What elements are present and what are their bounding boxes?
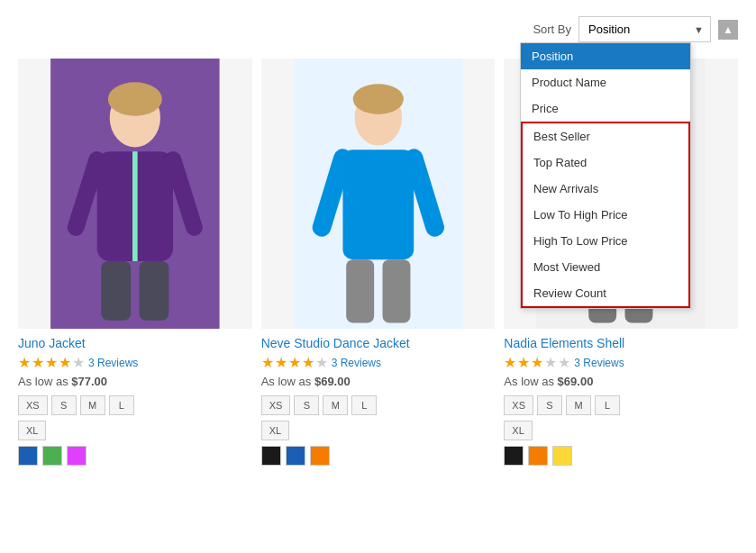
size-btn-m-juno[interactable]: M	[80, 395, 105, 415]
size-btn-s-nadia[interactable]: S	[537, 395, 562, 415]
dropdown-item-position[interactable]: Position	[521, 43, 690, 69]
price-value-neve: $69.00	[314, 375, 351, 388]
size-btn-xl-juno[interactable]: XL	[18, 421, 46, 440]
sizes-row-juno: XSSML	[18, 395, 252, 415]
stars-row-nadia: ★★★★★3 Reviews	[504, 354, 738, 371]
dropdown-item-best-seller[interactable]: Best Seller	[523, 123, 688, 150]
size-btn-s-juno[interactable]: S	[51, 395, 77, 415]
color-swatch-0-nadia[interactable]	[504, 446, 524, 466]
product-name-neve[interactable]: Neve Studio Dance Jacket	[261, 336, 496, 350]
dropdown-item-low-to-high[interactable]: Low To High Price	[523, 202, 688, 228]
sort-dropdown-menu: PositionProduct NamePriceBest SellerTop …	[520, 42, 691, 309]
product-card-juno: Juno Jacket★★★★★3 ReviewsAs low as $77.0…	[18, 59, 252, 466]
colors-row-nadia	[504, 446, 738, 466]
sort-select[interactable]: Position Product Name Price Best Seller …	[578, 16, 711, 42]
size-btn-m-nadia[interactable]: M	[566, 395, 591, 415]
star-5: ★	[558, 354, 570, 371]
size-btn-xl-neve[interactable]: XL	[261, 421, 289, 440]
star-1: ★	[18, 354, 31, 371]
svg-point-16	[352, 84, 403, 114]
stars-juno: ★★★★★	[18, 354, 85, 371]
star-3: ★	[45, 354, 58, 371]
product-name-nadia[interactable]: Nadia Elements Shell	[504, 336, 738, 350]
svg-rect-15	[382, 259, 410, 322]
review-count-nadia[interactable]: 3 Reviews	[574, 357, 624, 369]
product-image-juno	[18, 59, 252, 329]
star-1: ★	[261, 354, 274, 371]
dropdown-item-product-name[interactable]: Product Name	[521, 69, 690, 95]
price-value-juno: $77.00	[71, 375, 107, 388]
color-swatch-2-neve[interactable]	[310, 446, 330, 466]
size-btn-l-neve[interactable]: L	[351, 395, 377, 415]
star-2: ★	[32, 354, 44, 371]
size-btn-xs-nadia[interactable]: XS	[504, 395, 533, 415]
star-3: ★	[288, 354, 301, 371]
price-value-nadia: $69.00	[558, 375, 594, 388]
dropdown-item-high-to-low[interactable]: High To Low Price	[523, 228, 688, 254]
star-3: ★	[531, 354, 543, 371]
highlighted-sort-group: Best SellerTop RatedNew ArrivalsLow To H…	[521, 122, 690, 308]
sizes-row-nadia: XSSML	[504, 395, 738, 415]
review-count-neve[interactable]: 3 Reviews	[332, 357, 381, 369]
color-swatch-1-nadia[interactable]	[528, 446, 548, 466]
stars-row-juno: ★★★★★3 Reviews	[18, 354, 252, 371]
star-2: ★	[275, 354, 287, 371]
svg-point-8	[108, 82, 162, 116]
color-swatch-0-neve[interactable]	[261, 446, 281, 466]
page-container: Sort By Position Product Name Price Best…	[0, 0, 756, 475]
price-row-nadia: As low as $69.00	[504, 375, 738, 388]
up-arrow-icon: ▲	[723, 23, 733, 36]
product-name-juno[interactable]: Juno Jacket	[18, 336, 252, 350]
size-btn-xs-juno[interactable]: XS	[18, 395, 48, 415]
sizes-row2-nadia: XL	[504, 421, 738, 440]
stars-neve: ★★★★★	[261, 354, 328, 371]
product-card-neve: Neve Studio Dance Jacket★★★★★3 ReviewsAs…	[261, 59, 496, 466]
color-swatch-2-juno[interactable]	[67, 446, 87, 466]
star-5: ★	[315, 354, 328, 371]
price-row-neve: As low as $69.00	[261, 375, 496, 388]
colors-row-neve	[261, 446, 496, 466]
stars-row-neve: ★★★★★3 Reviews	[261, 354, 496, 371]
star-4: ★	[544, 354, 557, 371]
color-swatch-1-neve[interactable]	[286, 446, 305, 466]
price-row-juno: As low as $77.00	[18, 375, 252, 388]
sort-direction-button[interactable]: ▲	[718, 20, 738, 40]
sort-by-label: Sort By	[533, 23, 571, 36]
sizes-row2-juno: XL	[18, 421, 252, 440]
size-btn-xl-nadia[interactable]: XL	[504, 421, 532, 440]
dropdown-item-price[interactable]: Price	[521, 95, 690, 122]
color-swatch-0-juno[interactable]	[18, 446, 38, 466]
dropdown-item-review-count[interactable]: Review Count	[523, 280, 688, 306]
size-btn-l-juno[interactable]: L	[109, 395, 134, 415]
sizes-row2-neve: XL	[261, 421, 496, 440]
size-btn-l-nadia[interactable]: L	[595, 395, 620, 415]
size-btn-m-neve[interactable]: M	[323, 395, 348, 415]
stars-nadia: ★★★★★	[504, 354, 570, 371]
size-btn-s-neve[interactable]: S	[294, 395, 319, 415]
svg-rect-6	[101, 261, 131, 321]
color-swatch-2-nadia[interactable]	[552, 446, 572, 466]
review-count-juno[interactable]: 3 Reviews	[88, 357, 138, 369]
svg-rect-11	[342, 150, 414, 259]
colors-row-juno	[18, 446, 252, 466]
svg-rect-14	[346, 259, 374, 322]
svg-rect-7	[140, 261, 169, 321]
sort-bar: Sort By Position Product Name Price Best…	[18, 9, 738, 50]
star-4: ★	[59, 354, 71, 371]
dropdown-item-new-arrivals[interactable]: New Arrivals	[523, 176, 688, 202]
sort-select-wrapper: Position Product Name Price Best Seller …	[578, 16, 711, 42]
size-btn-xs-neve[interactable]: XS	[261, 395, 291, 415]
star-5: ★	[72, 354, 85, 371]
sizes-row-neve: XSSML	[261, 395, 496, 415]
star-1: ★	[504, 354, 516, 371]
color-swatch-1-juno[interactable]	[42, 446, 62, 466]
star-2: ★	[517, 354, 530, 371]
star-4: ★	[302, 354, 314, 371]
dropdown-item-most-viewed[interactable]: Most Viewed	[523, 254, 688, 280]
dropdown-item-top-rated[interactable]: Top Rated	[523, 150, 688, 176]
product-image-neve	[261, 59, 496, 329]
